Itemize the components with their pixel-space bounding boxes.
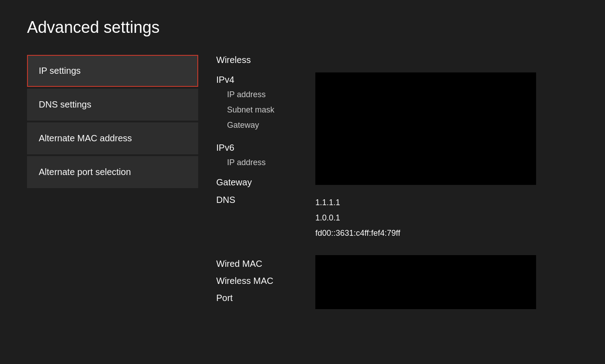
page-container: Advanced settings IP settings DNS settin… [0,0,605,364]
dns-section: DNS 1.1.1.1 1.0.0.1 fd00::3631:c4ff:fef4… [216,195,573,241]
sidebar-item-ip-settings[interactable]: IP settings [27,55,198,87]
dns-value-2: 1.0.0.1 [315,210,400,225]
sidebar-item-label-dns-settings: DNS settings [39,99,91,109]
wireless-label: Wireless [216,55,573,65]
port-label: Port [216,289,315,306]
ipv6-ip-address-label: IP address [227,155,315,170]
page-title: Advanced settings [27,18,578,37]
ipv4-subnet-mask-label: Subnet mask [227,102,315,117]
wireless-mac-label: Wireless MAC [216,272,315,289]
sidebar-item-label-ip-settings: IP settings [39,66,81,76]
mac-port-labels: Wired MAC Wireless MAC Port [216,255,315,309]
content-area: IP settings DNS settings Alternate MAC a… [27,55,578,346]
sidebar-item-label-alternate-mac: Alternate MAC address [39,133,132,143]
ipv6-label: IPv6 [216,140,315,155]
wired-mac-label: Wired MAC [216,255,315,272]
dns-value-1: 1.1.1.1 [315,195,400,210]
ipv4-ipv6-black-box [315,72,536,185]
ipv6-sublabels: IP address [216,155,315,170]
sidebar: IP settings DNS settings Alternate MAC a… [27,55,198,346]
dns-label-col: DNS [216,195,315,205]
dns-label: DNS [216,195,315,205]
sidebar-item-dns-settings[interactable]: DNS settings [27,89,198,121]
ipv4-section: IPv4 IP address Subnet mask Gateway IPv6… [216,72,573,188]
sidebar-item-label-alternate-port: Alternate port selection [39,167,131,177]
ipv4-sublabels: IP address Subnet mask Gateway [216,87,315,133]
sidebar-item-alternate-port[interactable]: Alternate port selection [27,156,198,188]
dns-values: 1.1.1.1 1.0.0.1 fd00::3631:c4ff:fef4:79f… [315,195,400,241]
ipv4-labels: IPv4 IP address Subnet mask Gateway IPv6… [216,72,315,188]
settings-panel: Wireless IPv4 IP address Subnet mask Gat… [216,55,578,346]
mac-port-black-box [315,255,536,309]
dns-value-3: fd00::3631:c4ff:fef4:79ff [315,225,400,241]
sidebar-item-alternate-mac[interactable]: Alternate MAC address [27,122,198,154]
ipv4-ip-address-label: IP address [227,87,315,102]
mac-port-section: Wired MAC Wireless MAC Port [216,255,573,309]
ipv4-label: IPv4 [216,72,315,87]
ipv4-gateway-label: Gateway [227,117,315,133]
ipv6-gateway-label: Gateway [216,177,315,188]
